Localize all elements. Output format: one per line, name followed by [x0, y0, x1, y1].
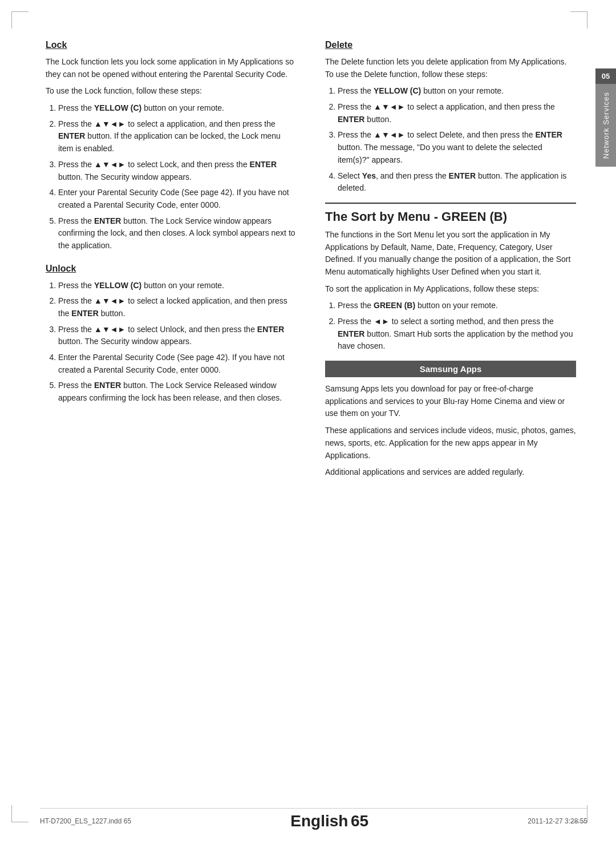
sort-intro: The functions in the Sort Menu let you s…: [325, 229, 576, 278]
footer: HT-D7200_ELS_1227.indd 65 English 65 201…: [40, 808, 587, 830]
samsung-apps-para3: Additional applications and services are…: [325, 466, 576, 479]
lock-step-2: Press the ▲▼◄► to select a application, …: [58, 118, 297, 155]
lock-section: Lock The Lock function lets you lock som…: [46, 40, 297, 252]
unlock-step-1: Press the YELLOW (C) button on your remo…: [58, 280, 297, 292]
footer-page-number: English 65: [290, 812, 368, 830]
lock-steps-list: Press the YELLOW (C) button on your remo…: [46, 102, 297, 252]
corner-bl-decoration: [11, 805, 29, 822]
lock-heading: Lock: [46, 40, 297, 50]
content-columns: Lock The Lock function lets you lock som…: [46, 40, 576, 483]
sort-section: The Sort by Menu - GREEN (B) The functio…: [325, 203, 576, 353]
samsung-apps-heading: Samsung Apps: [325, 361, 576, 377]
right-column: Delete The Delete function lets you dele…: [325, 40, 576, 483]
sort-steps-intro: To sort the application in My Applicatio…: [325, 283, 576, 296]
sort-heading: The Sort by Menu - GREEN (B): [325, 203, 576, 224]
sort-step-1: Press the GREEN (B) button on your remot…: [338, 300, 576, 312]
footer-page-num: 65: [351, 812, 368, 830]
side-tab-label: Network Services: [597, 84, 615, 167]
lock-intro: The Lock function lets you lock some app…: [46, 56, 297, 80]
side-tab: 05 Network Services: [595, 68, 616, 167]
unlock-steps-list: Press the YELLOW (C) button on your remo…: [46, 280, 297, 405]
footer-left: HT-D7200_ELS_1227.indd 65: [40, 817, 131, 825]
side-tab-number: 05: [595, 68, 616, 84]
unlock-section: Unlock Press the YELLOW (C) button on yo…: [46, 264, 297, 405]
lock-step-1: Press the YELLOW (C) button on your remo…: [58, 102, 297, 115]
lock-step-4: Enter your Parental Security Code (See p…: [58, 187, 297, 211]
footer-right: 2011-12-27 3:28:55: [528, 817, 587, 825]
corner-tl-decoration: [11, 11, 29, 29]
unlock-step-5: Press the ENTER button. The Lock Service…: [58, 379, 297, 404]
lock-steps-intro: To use the Lock function, follow these s…: [46, 85, 297, 98]
delete-intro: The Delete function lets you delete appl…: [325, 56, 576, 80]
unlock-heading: Unlock: [46, 264, 297, 274]
samsung-apps-para2: These applications and services include …: [325, 425, 576, 462]
page: 05 Network Services Lock The Lock functi…: [0, 0, 616, 844]
delete-step-4: Select Yes, and then press the ENTER but…: [338, 170, 576, 195]
unlock-step-3: Press the ▲▼◄► to select Unlock, and the…: [58, 324, 297, 348]
samsung-apps-para1: Samsung Apps lets you download for pay o…: [325, 383, 576, 420]
samsung-apps-section: Samsung Apps Samsung Apps lets you downl…: [325, 361, 576, 479]
sort-step-2: Press the ◄► to select a sorting method,…: [338, 316, 576, 353]
lock-step-3: Press the ▲▼◄► to select Lock, and then …: [58, 159, 297, 183]
left-column: Lock The Lock function lets you lock som…: [46, 40, 297, 483]
lock-step-5: Press the ENTER button. The Lock Service…: [58, 215, 297, 252]
delete-section: Delete The Delete function lets you dele…: [325, 40, 576, 195]
delete-step-2: Press the ▲▼◄► to select a application, …: [338, 101, 576, 126]
delete-step-1: Press the YELLOW (C) button on your remo…: [338, 85, 576, 98]
delete-heading: Delete: [325, 40, 576, 50]
unlock-step-4: Enter the Parental Security Code (See pa…: [58, 352, 297, 376]
footer-page-label: English: [290, 812, 348, 830]
unlock-step-2: Press the ▲▼◄► to select a locked applic…: [58, 295, 297, 320]
sort-steps-list: Press the GREEN (B) button on your remot…: [325, 300, 576, 353]
delete-step-3: Press the ▲▼◄► to select Delete, and the…: [338, 129, 576, 166]
corner-tr-decoration: [570, 11, 587, 29]
delete-steps-list: Press the YELLOW (C) button on your remo…: [325, 85, 576, 195]
